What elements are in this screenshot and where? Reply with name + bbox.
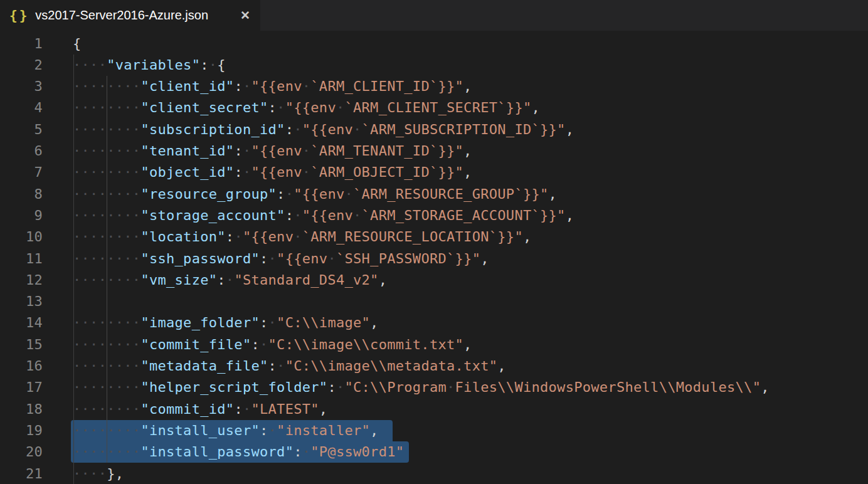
code-token: : (260, 423, 268, 438)
whitespace-dots: · (302, 143, 311, 159)
code-token: "{{env (277, 251, 327, 266)
code-line-11[interactable]: ········"ssh_password":·"{{env·`SSH_PASS… (73, 248, 489, 270)
code-line-4[interactable]: ········"client_secret":·"{{env·`ARM_CLI… (73, 97, 540, 119)
whitespace-dots: · (226, 272, 235, 288)
whitespace-dots: · (243, 164, 251, 180)
whitespace-dots: · (344, 186, 353, 202)
whitespace-dots: · (243, 401, 251, 417)
code-token: "subscription_id" (140, 122, 285, 137)
whitespace-dots: · (268, 423, 277, 438)
code-token: "helper_script_folder" (140, 379, 327, 395)
code-token: "{{env (251, 78, 302, 94)
whitespace-dots: ········ (73, 423, 140, 438)
code-line-2[interactable]: ····"variables":·{ (73, 55, 226, 76)
line-number: 18 (0, 399, 43, 421)
code-token: , (463, 164, 472, 180)
whitespace-dots: ···· (73, 466, 107, 481)
line-number: 7 (0, 162, 43, 184)
line-number: 5 (0, 119, 43, 141)
code-token: "installer" (277, 423, 370, 438)
line-number: 9 (0, 205, 43, 227)
line-number: 21 (0, 463, 43, 484)
code-token: : (260, 315, 268, 330)
code-token: : (294, 444, 302, 460)
code-token: `ARM_CLIENT_SECRET`}}" (344, 100, 531, 115)
code-line-5[interactable]: ········"subscription_id":·"{{env·`ARM_S… (73, 119, 574, 141)
code-line-8[interactable]: ········"resource_group":·"{{env·`ARM_RE… (73, 184, 557, 206)
code-token: "client_id" (140, 78, 234, 94)
code-token: , (463, 337, 472, 352)
json-file-icon: {} (9, 8, 29, 23)
code-token: Files\\WindowsPowerShell\\Modules\\" (455, 379, 761, 395)
code-token: "vm_size" (140, 272, 217, 288)
code-line-10[interactable]: ········"location":·"{{env·`ARM_RESOURCE… (73, 226, 531, 248)
whitespace-dots: ········ (73, 337, 140, 352)
whitespace-dots: · (268, 315, 277, 330)
code-line-7[interactable]: ········"object_id":·"{{env·`ARM_OBJECT_… (73, 162, 472, 184)
code-token: "metadata_file" (140, 358, 268, 374)
line-number: 14 (0, 312, 43, 334)
code-token: "P@ssw0rd1" (310, 444, 404, 460)
tab-bar: {} vs2017-Server2016-Azure.json ✕ (0, 0, 868, 31)
code-token: : (268, 358, 277, 374)
code-line-20[interactable]: ········"install_password":·"P@ssw0rd1" (73, 441, 404, 463)
whitespace-dots: ········ (73, 143, 140, 159)
code-line-3[interactable]: ········"client_id":·"{{env·`ARM_CLIENT_… (73, 76, 472, 98)
code-token: `ARM_OBJECT_ID`}}" (310, 164, 463, 180)
code-token: : (285, 122, 294, 137)
code-token: , (463, 143, 472, 159)
code-line-16[interactable]: ········"metadata_file":·"C:\\image\\met… (73, 355, 506, 377)
code-token: "location" (140, 229, 225, 245)
code-token: "client_secret" (140, 100, 268, 115)
code-token: "install_password" (140, 444, 294, 460)
code-token: , (370, 423, 379, 438)
whitespace-dots: ········ (73, 315, 140, 330)
code-line-12[interactable]: ········"vm_size":·"Standard_DS4_v2", (73, 270, 387, 292)
code-editor[interactable]: 1{2····"variables":·{3········"client_id… (0, 31, 868, 484)
code-token: `ARM_RESOURCE_LOCATION`}}" (302, 229, 523, 245)
whitespace-dots: · (302, 78, 311, 94)
line-number: 19 (0, 420, 43, 442)
code-line-14[interactable]: ········"image_folder":·"C:\\image", (73, 312, 379, 334)
code-line-19[interactable]: ········"install_user":·"installer", (73, 420, 379, 442)
line-number: 20 (0, 441, 43, 463)
code-token: "C:\\image" (277, 315, 370, 330)
whitespace-dots: · (268, 251, 277, 266)
whitespace-dots: ········ (73, 100, 140, 115)
code-token: "image_folder" (140, 315, 260, 330)
code-token: "C:\\image\\commit.txt" (268, 337, 464, 352)
code-token: `ARM_TENANT_ID`}}" (310, 143, 463, 159)
code-token: , (480, 251, 489, 266)
code-line-9[interactable]: ········"storage_account":·"{{env·`ARM_S… (73, 205, 574, 227)
code-token: , (523, 229, 532, 245)
code-line-15[interactable]: ········"commit_file":·"C:\\image\\commi… (73, 334, 472, 356)
code-token: `SSH_PASSWORD`}}" (336, 251, 480, 266)
whitespace-dots: ········ (73, 78, 140, 94)
code-line-18[interactable]: ········"commit_id":·"LATEST", (73, 399, 327, 421)
code-line-1[interactable]: { (73, 33, 82, 55)
code-token: "{{env (285, 100, 336, 115)
code-token: , (531, 100, 540, 115)
code-line-6[interactable]: ········"tenant_id":·"{{env·`ARM_TENANT_… (73, 140, 472, 162)
whitespace-dots: ········ (73, 272, 140, 288)
code-line-21[interactable]: ····}, (73, 463, 124, 484)
code-token: , (319, 401, 328, 417)
code-token: , (379, 272, 388, 288)
code-token: : (234, 164, 243, 180)
code-token: "{{env (302, 208, 353, 223)
whitespace-dots: ········ (73, 358, 140, 374)
line-number: 8 (0, 184, 43, 206)
code-token: "{{env (251, 164, 302, 180)
code-line-17[interactable]: ········"helper_script_folder":·"C:\\Pro… (73, 377, 770, 399)
code-token: , (566, 208, 574, 223)
whitespace-dots: ········ (73, 379, 140, 395)
close-icon[interactable]: ✕ (240, 8, 250, 23)
code-token: "{{env (243, 229, 294, 245)
whitespace-dots: ········ (73, 164, 140, 180)
code-token: }, (107, 466, 124, 481)
code-token: "{{env (251, 143, 302, 159)
line-number: 4 (0, 97, 43, 119)
code-token: `ARM_CLIENT_ID`}}" (310, 78, 463, 94)
whitespace-dots: · (327, 251, 336, 266)
tab-vs2017-server2016-azure-json[interactable]: {} vs2017-Server2016-Azure.json ✕ (0, 0, 260, 31)
